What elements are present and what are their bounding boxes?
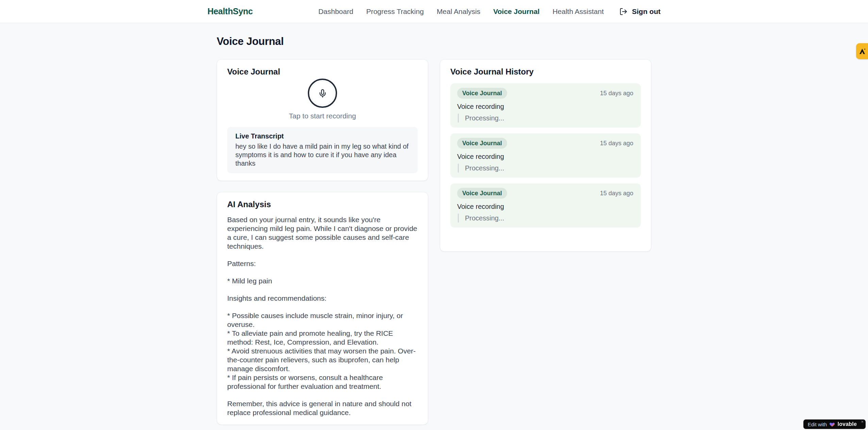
edit-with-lovable-badge[interactable]: Edit with lovable × <box>803 419 866 429</box>
history-item-timestamp: 15 days ago <box>600 190 633 197</box>
history-item-header: Voice Journal 15 days ago <box>457 188 633 199</box>
main-content: Voice Journal Voice Journal Tap to start… <box>217 23 651 425</box>
main-nav: Dashboard Progress Tracking Meal Analysi… <box>318 7 604 16</box>
brand-logo[interactable]: HealthSync <box>207 6 253 16</box>
history-item[interactable]: Voice Journal 15 days ago Voice recordin… <box>450 83 641 128</box>
right-column: Voice Journal History Voice Journal 15 d… <box>440 59 651 252</box>
analysis-paragraph: Based on your journal entry, it sounds l… <box>227 215 418 251</box>
nav-item[interactable]: Meal Analysis <box>437 7 480 16</box>
edit-badge-prefix: Edit with <box>808 421 827 427</box>
history-item-badge: Voice Journal <box>457 138 507 149</box>
nav-item[interactable]: Dashboard <box>318 7 353 16</box>
analysis-paragraph: Remember, this advice is general in natu… <box>227 399 418 417</box>
edit-badge-brand: lovable <box>837 421 857 427</box>
record-button[interactable] <box>308 79 337 108</box>
analysis-paragraph: * Mild leg pain <box>227 277 418 285</box>
live-transcript-heading: Live Transcript <box>235 132 410 140</box>
recorder-area: Tap to start recording <box>227 79 418 120</box>
ai-analysis-title: AI Analysis <box>227 200 418 209</box>
voice-journal-history-card: Voice Journal History Voice Journal 15 d… <box>440 59 651 252</box>
sign-out-button[interactable]: Sign out <box>619 7 661 16</box>
history-item-label: Voice recording <box>457 102 633 111</box>
analysis-paragraph: Patterns: <box>227 259 418 268</box>
history-item-label: Voice recording <box>457 152 633 161</box>
lovable-tab-icon <box>858 47 866 55</box>
header-container: HealthSync Dashboard Progress Tracking M… <box>207 6 661 16</box>
live-transcript-box: Live Transcript hey so like I do have a … <box>227 127 418 173</box>
nav-item[interactable]: Voice Journal <box>493 7 539 16</box>
lovable-side-tab[interactable] <box>856 43 868 59</box>
history-item-label: Voice recording <box>457 202 633 211</box>
history-item-status: Processing... <box>458 214 633 222</box>
history-item-status: Processing... <box>458 164 633 172</box>
left-column: Voice Journal Tap to start recording Liv… <box>217 59 428 425</box>
recorder-card-title: Voice Journal <box>227 67 418 77</box>
history-item-header: Voice Journal 15 days ago <box>457 88 633 99</box>
history-list: Voice Journal 15 days ago Voice recordin… <box>450 83 641 228</box>
sign-out-label: Sign out <box>632 7 661 16</box>
nav-item[interactable]: Progress Tracking <box>366 7 424 16</box>
ai-analysis-card: AI Analysis Based on your journal entry,… <box>217 192 428 425</box>
edit-badge-close-icon[interactable]: × <box>861 419 864 424</box>
microphone-icon <box>318 89 327 98</box>
voice-recorder-card: Voice Journal Tap to start recording Liv… <box>217 59 428 181</box>
log-out-icon <box>619 7 628 16</box>
tap-to-record-hint: Tap to start recording <box>289 112 356 120</box>
history-item-timestamp: 15 days ago <box>600 90 633 97</box>
ai-analysis-body: Based on your journal entry, it sounds l… <box>227 215 418 417</box>
live-transcript-text: hey so like I do have a mild pain in my … <box>235 142 410 168</box>
history-item-badge: Voice Journal <box>457 188 507 199</box>
history-item-timestamp: 15 days ago <box>600 140 633 147</box>
analysis-paragraph: Insights and recommendations: <box>227 294 418 303</box>
history-item-header: Voice Journal 15 days ago <box>457 138 633 149</box>
nav-item[interactable]: Health Assistant <box>552 7 604 16</box>
history-item[interactable]: Voice Journal 15 days ago Voice recordin… <box>450 183 641 228</box>
history-item-status: Processing... <box>458 114 633 122</box>
history-item-badge: Voice Journal <box>457 88 507 99</box>
history-card-title: Voice Journal History <box>450 67 641 77</box>
app-header: HealthSync Dashboard Progress Tracking M… <box>0 0 868 23</box>
history-item[interactable]: Voice Journal 15 days ago Voice recordin… <box>450 133 641 178</box>
content-grid: Voice Journal Tap to start recording Liv… <box>217 59 651 425</box>
analysis-paragraph: * Possible causes include muscle strain,… <box>227 311 418 391</box>
page-title: Voice Journal <box>217 35 651 48</box>
lovable-heart-icon <box>829 421 835 427</box>
